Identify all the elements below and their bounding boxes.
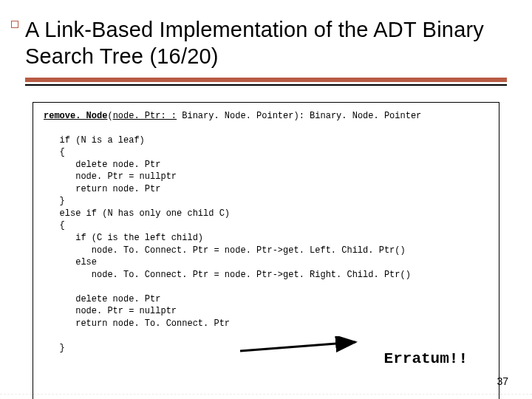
code-line: node. Ptr = nullptr (44, 171, 177, 182)
code-line: node. To. Connect. Ptr = node. Ptr->get.… (44, 245, 406, 256)
code-line: { (44, 147, 65, 157)
code-line: if (N is a leaf) (44, 135, 145, 146)
slide: A Link-Based Implementation of the ADT B… (0, 0, 532, 399)
rule-thick (25, 78, 507, 82)
code-box: remove. Node(node. Ptr: : Binary. Node. … (33, 102, 499, 400)
erratum-label: Erratum!! (384, 349, 468, 370)
code-line: node. To. Connect. Ptr = node. Ptr->get.… (44, 270, 411, 280)
code-line: } (44, 196, 65, 206)
title-rule (25, 78, 507, 86)
page-number: 37 (497, 375, 508, 387)
sig-name: remove. Node (44, 111, 107, 121)
code-line: delete node. Ptr (44, 294, 160, 304)
code-line: if (C is the left child) (44, 233, 203, 243)
code-line: return node. Ptr (44, 184, 160, 194)
sig-arg: node. Ptr: : (113, 111, 177, 121)
code-line: else (44, 257, 97, 267)
rule-thin (25, 84, 507, 86)
title-block: A Link-Based Implementation of the ADT B… (25, 16, 507, 70)
code-line: delete node. Ptr (44, 160, 160, 170)
code-line: node. Ptr = nullptr (44, 306, 177, 316)
footer-divider (0, 394, 532, 395)
sig-rest: Binary. Node. Pointer): Binary. Node. Po… (177, 111, 421, 121)
code-line: { (44, 220, 65, 231)
code-line: } (44, 343, 65, 353)
code-line: return node. To. Connect. Ptr (44, 318, 230, 329)
arrow-icon (237, 336, 363, 358)
svg-line-1 (240, 342, 355, 351)
title-bullet-icon (11, 21, 18, 28)
code-line: else if (N has only one child C) (44, 208, 230, 219)
slide-title: A Link-Based Implementation of the ADT B… (25, 16, 507, 70)
